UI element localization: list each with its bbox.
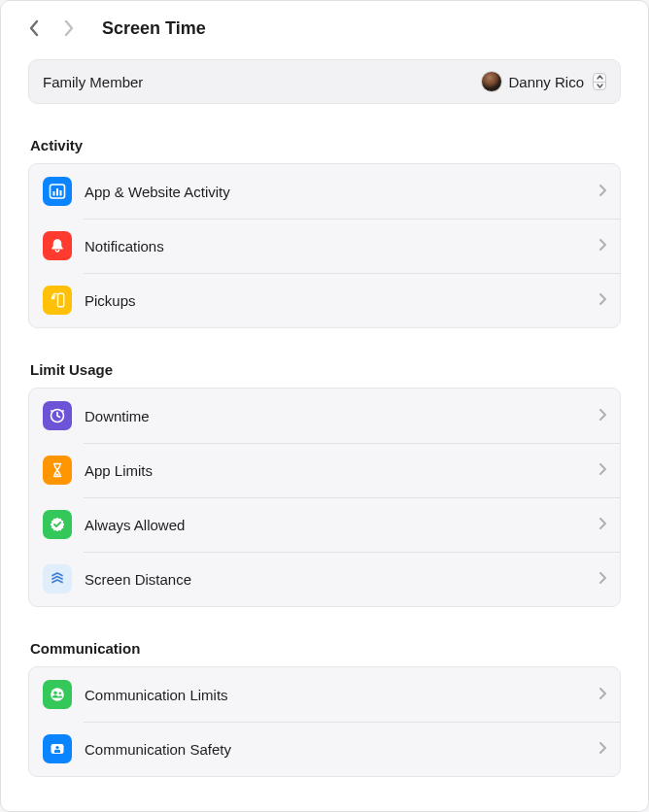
communication-limits-icon	[43, 680, 72, 709]
page-title: Screen Time	[102, 18, 206, 39]
row-app-limits[interactable]: App Limits	[29, 443, 620, 497]
section-title-activity: Activity	[28, 137, 621, 153]
svg-point-8	[51, 688, 64, 701]
row-label: Notifications	[85, 238, 598, 254]
row-downtime[interactable]: Downtime	[29, 389, 620, 443]
screen-distance-icon	[43, 564, 72, 593]
checkmark-seal-icon	[43, 510, 72, 539]
row-pickups[interactable]: Pickups	[29, 273, 620, 327]
row-notifications[interactable]: Notifications	[29, 219, 620, 273]
svg-point-9	[53, 691, 57, 694]
chevron-right-icon	[598, 407, 606, 424]
row-label: Communication Safety	[85, 741, 598, 758]
chevron-right-icon	[598, 461, 606, 479]
bell-icon	[43, 231, 72, 260]
row-label: Screen Distance	[85, 571, 598, 588]
stepper-icon[interactable]	[593, 73, 606, 90]
chevron-right-icon	[598, 686, 606, 703]
row-screen-distance[interactable]: Screen Distance	[29, 552, 620, 606]
chevron-right-icon	[598, 570, 606, 588]
list-activity: App & Website Activity Notifications Pic…	[28, 163, 621, 328]
list-communication: Communication Limits Communication Safet…	[28, 666, 621, 777]
svg-point-7	[62, 410, 64, 412]
svg-rect-1	[53, 191, 55, 196]
avatar	[481, 71, 502, 92]
row-label: App & Website Activity	[85, 184, 598, 200]
section-title-limit-usage: Limit Usage	[28, 361, 621, 378]
svg-point-6	[51, 410, 52, 412]
row-label: Always Allowed	[85, 517, 598, 533]
row-app-website-activity[interactable]: App & Website Activity	[29, 164, 620, 219]
pickups-icon	[43, 286, 72, 315]
family-member-selector[interactable]: Family Member Danny Rico	[28, 59, 621, 104]
back-button[interactable]	[20, 15, 48, 42]
row-label: App Limits	[85, 462, 598, 479]
communication-safety-icon	[43, 734, 72, 763]
chevron-right-icon	[598, 516, 606, 533]
clock-icon	[43, 401, 72, 430]
svg-point-12	[55, 746, 58, 749]
chart-bar-icon	[43, 177, 72, 206]
row-always-allowed[interactable]: Always Allowed	[29, 497, 620, 552]
forward-button[interactable]	[55, 15, 83, 42]
chevron-right-icon	[598, 291, 606, 309]
family-member-label: Family Member	[43, 74, 143, 90]
section-limit-usage: Limit Usage Downtime App Limits	[28, 361, 621, 607]
section-activity: Activity App & Website Activity Notifica…	[28, 137, 621, 328]
row-label: Pickups	[85, 292, 598, 309]
family-member-name: Danny Rico	[508, 74, 584, 90]
chevron-right-icon	[598, 237, 606, 254]
svg-rect-4	[58, 293, 64, 307]
section-communication: Communication Communication Limits Commu…	[28, 640, 621, 777]
row-label: Communication Limits	[85, 687, 598, 703]
list-limit-usage: Downtime App Limits Always Allowed	[28, 388, 621, 607]
chevron-right-icon	[598, 740, 606, 758]
svg-rect-2	[56, 188, 58, 196]
svg-point-10	[59, 692, 62, 694]
row-communication-safety[interactable]: Communication Safety	[29, 722, 620, 776]
row-communication-limits[interactable]: Communication Limits	[29, 667, 620, 722]
section-title-communication: Communication	[28, 640, 621, 657]
svg-rect-3	[60, 190, 62, 196]
row-label: Downtime	[85, 408, 598, 424]
hourglass-icon	[43, 456, 72, 485]
chevron-right-icon	[598, 183, 606, 200]
header: Screen Time	[1, 1, 648, 59]
